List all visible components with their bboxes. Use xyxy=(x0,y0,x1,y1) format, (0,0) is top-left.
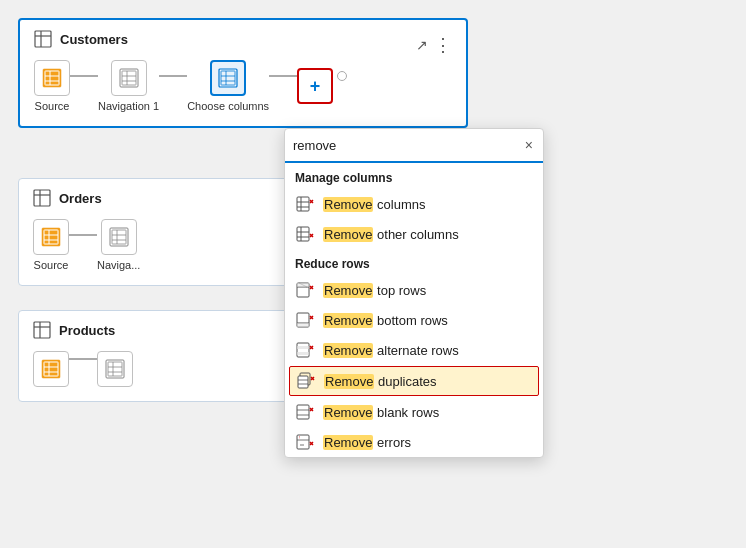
svg-rect-40 xyxy=(108,362,122,376)
svg-rect-0 xyxy=(35,31,51,47)
remove-other-cols-icon xyxy=(295,224,315,244)
connector-orders-1 xyxy=(69,234,97,236)
svg-rect-69 xyxy=(297,352,309,355)
expand-icon[interactable]: ↗ xyxy=(416,37,428,53)
customers-table-icon xyxy=(34,30,52,48)
canvas: Customers ↗ ⋮ Source xyxy=(0,0,746,548)
remove-errors-label: Remove errors xyxy=(323,435,411,450)
remove-other-columns-label: Remove other columns xyxy=(323,227,459,242)
customers-card: Customers ↗ ⋮ Source xyxy=(18,18,468,128)
remove-top-rows-item[interactable]: Remove top rows xyxy=(285,275,543,305)
remove-bottom-rows-item[interactable]: Remove bottom rows xyxy=(285,305,543,335)
step-nav-customers[interactable]: Navigation 1 xyxy=(98,60,159,112)
search-clear-button[interactable]: × xyxy=(523,135,535,155)
remove-dupes-icon xyxy=(296,371,316,391)
remove-alternate-rows-label: Remove alternate rows xyxy=(323,343,459,358)
svg-rect-13 xyxy=(219,69,237,87)
svg-rect-64 xyxy=(297,323,309,327)
products-table-icon xyxy=(33,321,51,339)
section-reduce-rows: Reduce rows xyxy=(285,249,543,275)
products-title: Products xyxy=(33,321,115,339)
svg-rect-78 xyxy=(297,405,309,419)
remove-bottom-rows-label: Remove bottom rows xyxy=(323,313,448,328)
orders-title: Orders xyxy=(33,189,102,207)
svg-rect-8 xyxy=(120,69,138,87)
section-manage-columns: Manage columns xyxy=(285,163,543,189)
step-source-orders[interactable]: Source xyxy=(33,219,69,271)
svg-rect-27 xyxy=(112,230,126,244)
remove-blank-rows-label: Remove blank rows xyxy=(323,405,439,420)
connector-products-1 xyxy=(69,358,97,360)
svg-rect-44 xyxy=(297,197,309,211)
step-nav-products[interactable] xyxy=(97,351,133,387)
step-nav-orders[interactable]: Naviga... xyxy=(97,219,140,271)
remove-blank-rows-item[interactable]: Remove blank rows xyxy=(285,397,543,427)
remove-errors-icon: ! xyxy=(295,432,315,452)
step-source-customers[interactable]: Source xyxy=(34,60,70,112)
connector-2 xyxy=(159,75,187,77)
dropdown-panel: × Manage columns Remove columns xyxy=(284,128,544,458)
remove-columns-item[interactable]: Remove columns xyxy=(285,189,543,219)
svg-rect-59 xyxy=(297,283,309,287)
add-step-button[interactable]: + xyxy=(297,68,333,104)
svg-rect-68 xyxy=(297,346,309,349)
remove-errors-item[interactable]: ! Remove errors xyxy=(285,427,543,457)
products-card: Products xyxy=(18,310,288,402)
remove-top-rows-label: Remove top rows xyxy=(323,283,426,298)
orders-table-icon xyxy=(33,189,51,207)
svg-rect-9 xyxy=(122,71,136,85)
svg-rect-3 xyxy=(43,69,61,87)
search-input[interactable] xyxy=(293,138,517,153)
svg-rect-50 xyxy=(297,227,309,241)
customers-title: Customers xyxy=(34,30,128,48)
step-dot xyxy=(337,71,347,81)
svg-rect-21 xyxy=(42,228,60,246)
svg-rect-31 xyxy=(34,322,50,338)
svg-rect-18 xyxy=(34,190,50,206)
remove-duplicates-label: Remove duplicates xyxy=(324,374,437,389)
remove-alternate-rows-item[interactable]: Remove alternate rows xyxy=(285,335,543,365)
connector-3 xyxy=(269,75,297,77)
remove-duplicates-item[interactable]: Remove duplicates xyxy=(289,366,539,396)
remove-other-columns-item[interactable]: Remove other columns xyxy=(285,219,543,249)
remove-bottom-icon xyxy=(295,310,315,330)
remove-alt-icon xyxy=(295,340,315,360)
svg-text:!: ! xyxy=(299,435,300,440)
svg-rect-39 xyxy=(106,360,124,378)
more-icon[interactable]: ⋮ xyxy=(434,36,452,54)
orders-card: Orders Source xyxy=(18,178,288,286)
remove-cols-icon xyxy=(295,194,315,214)
svg-rect-26 xyxy=(110,228,128,246)
remove-top-icon xyxy=(295,280,315,300)
remove-blank-icon xyxy=(295,402,315,422)
step-source-products[interactable] xyxy=(33,351,69,387)
connector-1 xyxy=(70,75,98,77)
step-choose-columns[interactable]: Choose columns xyxy=(187,60,269,112)
svg-rect-73 xyxy=(298,376,308,388)
svg-rect-34 xyxy=(42,360,60,378)
remove-columns-label: Remove columns xyxy=(323,197,425,212)
search-box: × xyxy=(285,129,543,163)
